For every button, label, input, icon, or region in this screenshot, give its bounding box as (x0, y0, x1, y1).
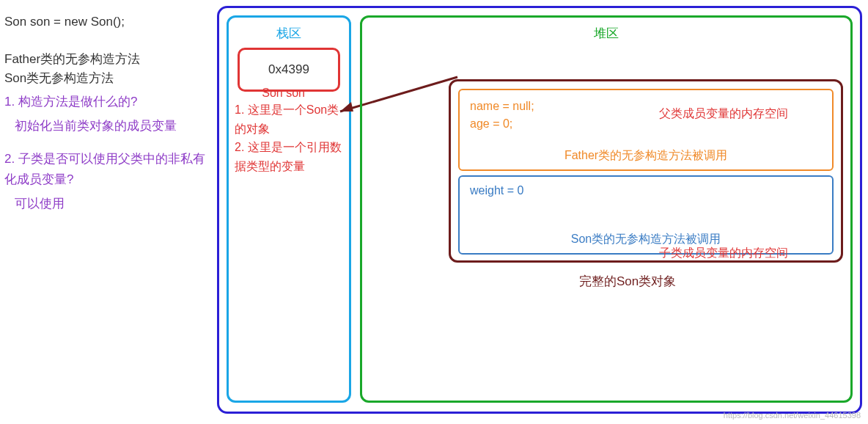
code-statement: Son son = new Son(); (4, 15, 210, 29)
watermark-text: https://blog.csdn.net/weixin_44615398 (724, 411, 861, 420)
heap-area: 堆区 name = null; age = 0; 父类成员变量的内存空间 Fat… (360, 15, 853, 403)
son-constructor-note: Son类的无参构造方法被调用 (460, 232, 832, 247)
heap-title: 堆区 (362, 25, 850, 42)
question-1: 1. 构造方法是做什么的? (4, 92, 210, 112)
stack-note-2: 2. 这里是一个引用数据类型的变量 (235, 138, 345, 175)
son-region-label: 子类成员变量的内存空间 (659, 246, 788, 261)
father-constructor-note: Father类的无参构造方法被调用 (460, 148, 832, 164)
stack-area: 栈区 Son son 0x4399 1. 这里是一个Son类的对象 2. 这里是… (227, 15, 351, 403)
son-var-weight: weight = 0 (470, 184, 822, 197)
stack-address-value: 0x4399 (268, 62, 309, 77)
question-2: 2. 子类是否可以使用父类中的非私有化成员变量? (4, 149, 210, 189)
stack-title: 栈区 (229, 25, 349, 42)
output-line-1: Father类的无参构造方法 (4, 50, 210, 69)
output-line-2: Son类无参构造方法 (4, 69, 210, 88)
full-object-label: 完整的Son类对象 (579, 273, 676, 290)
father-region-label: 父类成员变量的内存空间 (659, 106, 788, 122)
stack-note-1: 1. 这里是一个Son类的对象 (235, 100, 345, 138)
answer-2: 可以使用 (4, 194, 210, 213)
answer-1: 初始化当前类对象的成员变量 (4, 116, 210, 136)
left-explanation-panel: Son son = new Son(); Father类的无参构造方法 Son类… (4, 15, 210, 213)
stack-notes: 1. 这里是一个Son类的对象 2. 这里是一个引用数据类型的变量 (229, 92, 349, 175)
stack-variable-label: Son son (262, 87, 305, 100)
son-object-box: name = null; age = 0; 父类成员变量的内存空间 Father… (449, 79, 843, 263)
stack-address-box: 0x4399 (238, 48, 340, 92)
memory-diagram: 栈区 Son son 0x4399 1. 这里是一个Son类的对象 2. 这里是… (217, 6, 862, 414)
son-memory-region: weight = 0 子类成员变量的内存空间 Son类的无参构造方法被调用 (458, 175, 834, 255)
father-memory-region: name = null; age = 0; 父类成员变量的内存空间 Father… (458, 89, 834, 171)
